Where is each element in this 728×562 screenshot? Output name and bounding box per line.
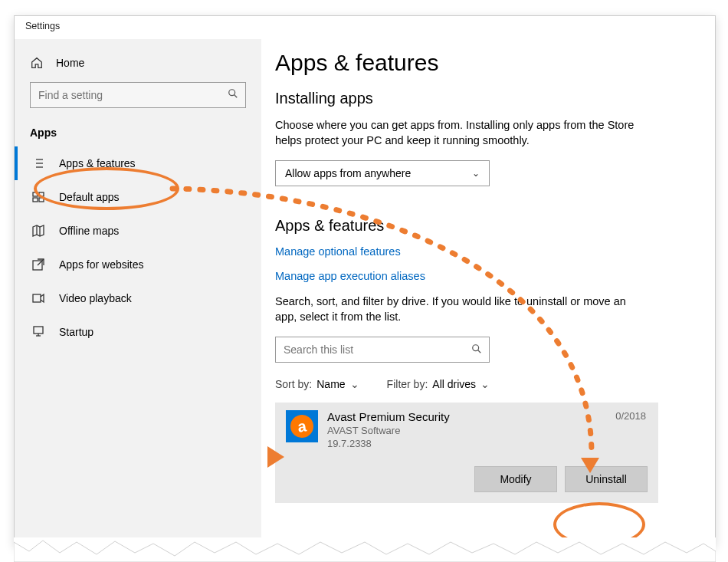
svg-rect-17 [34, 327, 43, 334]
installing-description: Choose where you can get apps from. Inst… [275, 118, 635, 148]
settings-window: Settings Home Apps Apps & feat [14, 15, 716, 546]
svg-point-20 [473, 345, 479, 351]
link-execution-aliases[interactable]: Manage app execution aliases [275, 270, 697, 282]
sort-value: Name [316, 378, 345, 390]
svg-rect-16 [33, 294, 41, 302]
map-icon [31, 224, 45, 238]
uninstall-button[interactable]: Uninstall [565, 466, 648, 492]
startup-icon [31, 325, 45, 339]
defaults-icon [31, 190, 45, 204]
app-list-search[interactable] [275, 337, 490, 363]
app-source-dropdown[interactable]: Allow apps from anywhere ⌄ [275, 160, 490, 186]
chevron-down-icon: ⌄ [472, 168, 480, 179]
launch-icon [31, 258, 45, 271]
svg-rect-8 [33, 192, 38, 196]
sidebar-item-label: Offline maps [59, 225, 119, 237]
svg-rect-9 [39, 192, 44, 196]
sidebar-item-default-apps[interactable]: Default apps [15, 180, 261, 214]
app-list-search-input[interactable] [275, 337, 490, 363]
app-source-value: Allow apps from anywhere [285, 167, 411, 179]
sidebar-item-video-playback[interactable]: Video playback [15, 281, 261, 315]
link-optional-features[interactable]: Manage optional features [275, 245, 697, 258]
sidebar-item-startup[interactable]: Startup [15, 315, 261, 349]
nav-home-label: Home [56, 57, 84, 69]
installing-heading: Installing apps [275, 90, 697, 107]
sort-by[interactable]: Sort by: Name ⌄ [275, 378, 359, 390]
sidebar-search[interactable] [30, 82, 246, 108]
window-body: Home Apps Apps & features Default app [15, 39, 715, 545]
sidebar-item-label: Default apps [59, 191, 120, 203]
sort-label: Sort by: [275, 378, 312, 390]
svg-rect-11 [39, 198, 44, 202]
list-icon [31, 156, 45, 170]
app-version: 19.7.2338 [327, 438, 606, 449]
nav-home[interactable]: Home [15, 50, 261, 82]
svg-line-21 [478, 350, 481, 353]
svg-line-1 [234, 95, 238, 98]
app-date: 0/2018 [615, 410, 648, 449]
app-entry-avast[interactable]: a Avast Premium Security AVAST Software … [275, 403, 658, 503]
search-icon [471, 343, 482, 357]
svg-rect-10 [33, 198, 38, 202]
filter-label: Filter by: [387, 378, 428, 390]
sidebar-item-apps-websites[interactable]: Apps for websites [15, 248, 261, 281]
video-icon [31, 291, 45, 305]
svg-point-0 [229, 90, 235, 96]
sidebar-item-apps-features[interactable]: Apps & features [15, 146, 261, 180]
sidebar-item-label: Startup [59, 326, 93, 338]
main-panel: Apps & features Installing apps Choose w… [261, 39, 715, 545]
sidebar-search-input[interactable] [30, 82, 246, 108]
sidebar-item-label: Video playback [59, 292, 132, 304]
page-title: Apps & features [275, 50, 697, 76]
app-name: Avast Premium Security [327, 410, 606, 423]
torn-edge-decoration [14, 537, 716, 562]
chevron-down-icon: ⌄ [480, 378, 490, 390]
sort-filter-row: Sort by: Name ⌄ Filter by: All drives ⌄ [275, 378, 697, 390]
search-icon [228, 88, 238, 101]
window-title: Settings [15, 16, 715, 39]
sidebar-section-title: Apps [15, 122, 261, 146]
modify-button[interactable]: Modify [474, 466, 557, 492]
sidebar-item-label: Apps for websites [59, 258, 144, 271]
filter-by[interactable]: Filter by: All drives ⌄ [387, 378, 490, 390]
app-publisher: AVAST Software [327, 425, 606, 436]
svg-line-15 [38, 259, 44, 265]
appsfeat-heading: Apps & features [275, 217, 697, 235]
chevron-down-icon: ⌄ [350, 378, 359, 390]
home-icon [30, 56, 44, 70]
sidebar: Home Apps Apps & features Default app [15, 39, 261, 545]
sidebar-item-offline-maps[interactable]: Offline maps [15, 214, 261, 248]
filter-value: All drives [432, 378, 476, 390]
appsfeat-description: Search, sort, and filter by drive. If yo… [275, 294, 635, 324]
sidebar-item-label: Apps & features [59, 157, 136, 169]
app-icon: a [286, 410, 318, 442]
